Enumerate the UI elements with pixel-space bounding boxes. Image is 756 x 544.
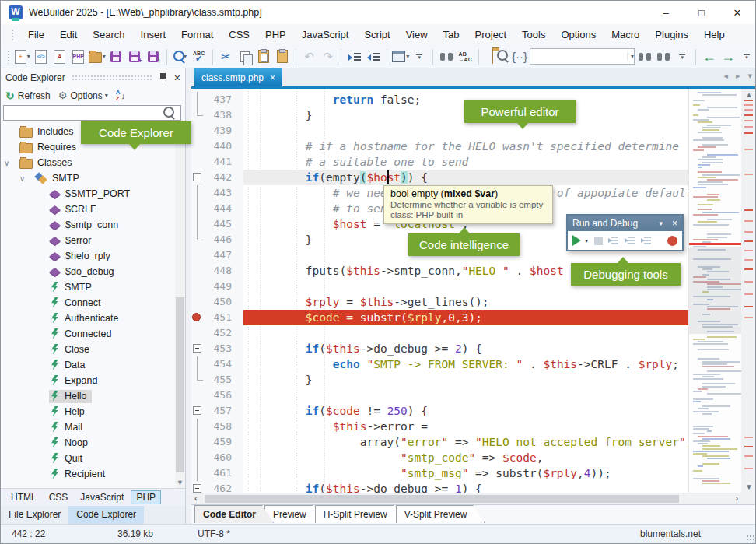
line-number[interactable]: 441 xyxy=(191,154,232,170)
tree-item-close[interactable]: Close xyxy=(1,342,176,357)
scroll-up-icon[interactable]: ▲ xyxy=(741,90,756,99)
run-icon[interactable] xyxy=(572,235,581,246)
tree-item-help[interactable]: Help xyxy=(1,404,176,419)
copy-button[interactable] xyxy=(236,47,254,66)
navigate-forward-button[interactable]: → xyxy=(719,47,737,66)
line-number[interactable]: 456 xyxy=(191,388,232,403)
breakpoint-icon[interactable] xyxy=(192,313,201,321)
sort-az-icon[interactable]: AZ xyxy=(116,89,121,100)
tree-item-smtp-port[interactable]: $SMTP_PORT xyxy=(1,186,176,202)
tree-item-classes[interactable]: ∨Classes xyxy=(1,155,176,170)
search-button[interactable]: ▾ xyxy=(172,47,189,66)
code-line-441[interactable]: # a suitable one to send xyxy=(243,154,688,170)
navigation-overflow-button[interactable]: ▾ xyxy=(738,47,755,66)
spell-check-button[interactable]: ABC✔ xyxy=(191,47,208,66)
quick-search-combobox[interactable]: ▾ xyxy=(530,48,635,65)
tree-item-quit[interactable]: Quit xyxy=(1,451,176,466)
open-html-document-button[interactable]: A xyxy=(51,47,68,66)
scroll-left-icon[interactable]: ‹ xyxy=(194,494,197,503)
code-line-460[interactable]: "smtp_code" => $code, xyxy=(243,450,688,465)
breakpoint-toggle-icon[interactable] xyxy=(667,236,677,246)
code-line-456[interactable] xyxy=(243,388,688,403)
tab-list-icon[interactable]: ▾ xyxy=(747,71,752,81)
horizontal-scrollbar-thumb[interactable] xyxy=(205,495,679,503)
code-line-453[interactable]: if($this->do_debug >= 2) { xyxy=(243,341,688,356)
tree-item-crlf[interactable]: $CRLF xyxy=(1,202,176,217)
chevron-down-icon[interactable]: ∨ xyxy=(4,159,9,167)
tree-item-smtp[interactable]: ∨SMTP xyxy=(1,170,176,186)
options-button[interactable]: Options xyxy=(70,90,102,101)
cut-button[interactable]: ✂ xyxy=(218,47,235,66)
code-line-450[interactable]: $rply = $this->get_lines(); xyxy=(243,294,688,310)
menu-item-plugins[interactable]: Plugins xyxy=(647,26,696,44)
pin-icon[interactable] xyxy=(159,72,166,82)
close-button[interactable]: ✕ xyxy=(719,1,755,24)
tree-item-recipient[interactable]: Recipient xyxy=(1,466,176,482)
menu-item-macro[interactable]: Macro xyxy=(604,26,647,44)
step-over-icon[interactable] xyxy=(609,236,619,245)
tab-close-icon[interactable]: × xyxy=(270,72,275,83)
editor-gutter[interactable]: 4374384394404414424434444454464474484494… xyxy=(191,89,243,493)
code-line-452[interactable] xyxy=(243,325,688,341)
code-line-454[interactable]: echo "SMTP -> FROM SERVER: " . $this->CR… xyxy=(243,356,688,372)
tree-item-do-debug[interactable]: $do_debug xyxy=(1,264,176,279)
new-document-button-dropdown-icon[interactable]: ▾ xyxy=(27,53,30,60)
panel-grip[interactable] xyxy=(72,75,153,81)
code-line-461[interactable]: "smtp_msg" => substr($rply,4)); xyxy=(243,465,688,481)
open-php-document-button[interactable]: PHP xyxy=(70,47,87,66)
tree-item-connected[interactable]: Connected xyxy=(1,326,176,342)
outdent-button[interactable] xyxy=(365,47,382,66)
fold-collapse-icon[interactable] xyxy=(193,344,201,353)
website-link[interactable]: blumentals.net xyxy=(640,528,701,539)
run-dropdown-icon[interactable]: ▾ xyxy=(585,237,588,244)
open-file-button[interactable]: ▾ xyxy=(89,47,106,66)
menu-item-javascript[interactable]: JavaScript xyxy=(294,26,357,44)
replace-button[interactable]: AB→AC xyxy=(457,47,474,66)
quick-search-dropdown-icon[interactable]: ▾ xyxy=(627,53,637,60)
menu-item-insert[interactable]: Insert xyxy=(133,26,174,44)
open-code-document-button[interactable]: </> xyxy=(33,47,50,66)
vertical-scrollbar[interactable]: ▲ ▼ xyxy=(741,89,756,493)
line-number[interactable]: 449 xyxy=(191,279,232,294)
minimap-viewport[interactable] xyxy=(689,247,742,334)
menu-item-css[interactable]: CSS xyxy=(221,26,257,44)
code-line-462[interactable]: if($this->do_debug >= 1) { xyxy=(243,481,688,493)
menu-item-file[interactable]: File xyxy=(20,26,52,44)
horizontal-scrollbar[interactable]: ‹ › xyxy=(191,493,741,504)
tree-item-helo-rply[interactable]: $helo_rply xyxy=(1,248,176,264)
panel-tab-code-explorer[interactable]: Code Explorer xyxy=(68,506,144,524)
menu-item-project[interactable]: Project xyxy=(467,26,514,44)
tree-item-connect[interactable]: Connect xyxy=(1,295,176,311)
tree-scrollbar-thumb[interactable] xyxy=(176,297,184,472)
chevron-down-icon[interactable]: ∨ xyxy=(19,174,25,183)
find-previous-button[interactable] xyxy=(636,47,653,66)
document-tab[interactable]: class.smtp.php × xyxy=(194,68,282,86)
tree-item-hello[interactable]: Hello xyxy=(1,388,176,404)
menu-item-format[interactable]: Format xyxy=(173,26,221,44)
toolbar-overflow-button[interactable]: ▾ xyxy=(411,47,428,66)
refresh-button[interactable]: Refresh xyxy=(18,90,51,101)
line-number[interactable]: 450 xyxy=(191,294,232,310)
menu-item-tab[interactable]: Tab xyxy=(436,26,467,44)
quick-search-input[interactable] xyxy=(527,51,627,62)
paste-button[interactable] xyxy=(255,47,272,66)
tab-scroll-right-icon[interactable]: ▸ xyxy=(736,71,740,81)
line-number[interactable]: 447 xyxy=(191,247,232,263)
minimap[interactable] xyxy=(688,89,742,493)
tree-item-expand[interactable]: Expand xyxy=(1,373,176,388)
stop-icon[interactable] xyxy=(594,237,603,245)
clipboard-button[interactable] xyxy=(274,47,291,66)
code-line-457[interactable]: if($code != 250) { xyxy=(243,403,688,419)
tree-scrollbar[interactable]: ▼ xyxy=(175,122,185,488)
menu-item-edit[interactable]: Edit xyxy=(52,26,85,44)
code-line-439[interactable] xyxy=(243,123,688,139)
code-editor[interactable]: 4374384394404414424434444454464474484494… xyxy=(191,89,688,493)
panel-search-input[interactable] xyxy=(4,107,163,118)
navigate-back-button[interactable]: ← xyxy=(701,47,718,66)
code-line-458[interactable]: $this->error = xyxy=(243,419,688,434)
find-next-button[interactable] xyxy=(655,47,672,66)
tree-item-mail[interactable]: Mail xyxy=(1,419,176,435)
panel-close-icon[interactable]: × xyxy=(174,72,180,83)
tree-item-smtp-conn[interactable]: $smtp_conn xyxy=(1,217,176,233)
language-tab-php[interactable]: PHP xyxy=(131,490,161,504)
